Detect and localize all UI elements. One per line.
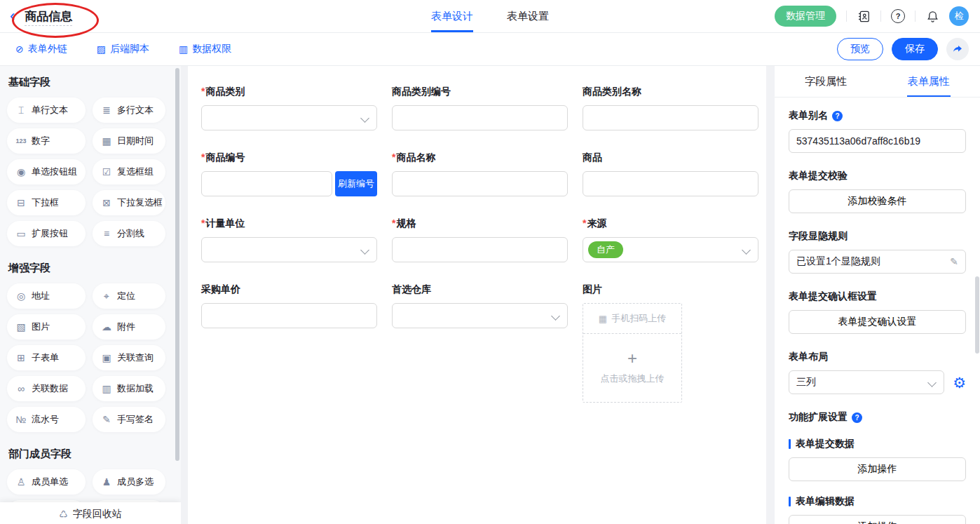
form-canvas[interactable]: 商品类别 商品类别编号 商品类别名称 商品编号 刷新编号 商品名称 <box>188 66 766 524</box>
field-type-member-single[interactable]: ♙成员单选 <box>7 469 86 495</box>
field-type-signature[interactable]: ✎手写签名 <box>93 407 165 432</box>
top-header: ‹ 商品信息 表单设计 表单设置 数据管理 ? 检 <box>0 0 980 33</box>
dropdown-icon: ⊟ <box>15 197 27 208</box>
form-external-link[interactable]: ⊘ 表单外链 <box>15 43 67 55</box>
field-type-single-line-text[interactable]: ⌶单行文本 <box>7 98 86 123</box>
canvas-field-spec: 规格 <box>392 217 568 262</box>
canvas-field-product-code: 商品编号 刷新编号 <box>201 152 377 196</box>
bell-icon[interactable] <box>925 9 939 23</box>
refresh-code-button[interactable]: 刷新编号 <box>335 171 377 196</box>
preview-button[interactable]: 预览 <box>837 38 883 60</box>
divider-icon: ≡ <box>101 228 112 239</box>
field-type-divider[interactable]: ≡分割线 <box>93 221 165 246</box>
share-icon <box>952 43 963 55</box>
chevron-down-icon <box>551 311 560 321</box>
source-tag[interactable]: 自产 <box>588 241 623 258</box>
field-type-linked-data[interactable]: ∞关联数据 <box>7 376 86 401</box>
scan-upload-button[interactable]: ▦ 手机扫码上传 <box>583 304 681 334</box>
product-category-select[interactable] <box>201 105 377 130</box>
category-name-input[interactable] <box>583 105 758 130</box>
field-type-radio-group[interactable]: ◉单选按钮组 <box>7 159 86 184</box>
submit-confirm-label: 表单提交确认框设置 <box>789 290 966 303</box>
backend-script-link[interactable]: ▨ 后端脚本 <box>97 43 149 55</box>
properties-panel: 字段属性 表单属性 表单别名 ? 537435113a06d7aff8c16b1… <box>775 66 980 524</box>
tab-form-properties[interactable]: 表单属性 <box>878 66 980 97</box>
canvas-field-product-name: 商品名称 <box>392 152 568 196</box>
unit-select[interactable] <box>201 237 377 262</box>
tab-field-properties[interactable]: 字段属性 <box>775 66 878 97</box>
field-label: 计量单位 <box>201 217 377 230</box>
product-name-input[interactable] <box>392 171 568 196</box>
contacts-icon[interactable] <box>857 9 871 23</box>
field-type-data-load[interactable]: ▥数据加载 <box>93 376 165 401</box>
submit-data-add-button[interactable]: 添加操作 <box>789 457 966 481</box>
qr-code-icon: ▦ <box>599 314 607 324</box>
page-title[interactable]: 商品信息 <box>25 10 72 26</box>
radio-group-icon: ◉ <box>15 166 27 177</box>
field-type-address[interactable]: ◎地址 <box>7 283 86 309</box>
submit-check-label: 表单提交校验 <box>789 170 966 182</box>
single-line-text-icon: ⌶ <box>15 105 27 116</box>
header-tabs: 表单设计 表单设置 <box>431 0 549 32</box>
field-type-extend-button[interactable]: ▭扩展按钮 <box>7 221 86 246</box>
divider <box>915 11 916 22</box>
user-avatar[interactable]: 检 <box>949 6 969 26</box>
field-type-number[interactable]: 123数字 <box>7 128 86 154</box>
section-title-enhanced: 增强字段 <box>8 262 172 275</box>
form-layout-select[interactable]: 三列 <box>789 370 944 394</box>
field-type-attachment[interactable]: ☁附件 <box>93 314 165 340</box>
field-type-subform[interactable]: ⊞子表单 <box>7 345 86 370</box>
field-type-dropdown[interactable]: ⊟下拉框 <box>7 190 86 215</box>
sidebar-scrollbar[interactable] <box>175 68 179 461</box>
submit-data-label: 表单提交数据 <box>789 438 966 450</box>
purchase-price-input[interactable] <box>201 303 377 328</box>
help-icon[interactable]: ? <box>891 9 905 23</box>
field-type-location[interactable]: ⌖定位 <box>93 283 165 309</box>
category-code-input[interactable] <box>392 105 568 130</box>
edit-data-add-button[interactable]: 添加操作 <box>789 515 966 524</box>
edit-icon[interactable]: ✎ <box>950 256 958 267</box>
field-type-datetime[interactable]: ▦日期时间 <box>93 128 165 154</box>
field-type-linked-query[interactable]: ▣关联查询 <box>93 345 165 370</box>
checkbox-group-icon: ☑ <box>101 166 112 177</box>
field-type-image[interactable]: ▧图片 <box>7 314 86 340</box>
tab-form-settings[interactable]: 表单设置 <box>507 0 549 32</box>
gear-icon[interactable]: ⚙ <box>953 375 966 390</box>
field-type-serial-number[interactable]: №流水号 <box>7 407 86 432</box>
data-manage-button[interactable]: 数据管理 <box>775 6 836 27</box>
divider <box>880 11 881 22</box>
edit-data-label: 表单编辑数据 <box>789 495 966 508</box>
data-permission-link[interactable]: ▥ 数据权限 <box>179 43 231 55</box>
share-button[interactable] <box>946 38 969 60</box>
submit-confirm-button[interactable]: 表单提交确认设置 <box>789 310 966 334</box>
back-icon[interactable]: ‹ <box>10 8 15 24</box>
product-code-input[interactable] <box>201 171 332 196</box>
canvas-field-warehouse: 首选仓库 <box>392 283 568 403</box>
spec-input[interactable] <box>392 237 568 262</box>
field-type-multi-dropdown[interactable]: ⊠下拉复选框 <box>93 190 165 215</box>
field-label: 图片 <box>583 283 758 296</box>
add-check-condition-button[interactable]: 添加校验条件 <box>789 189 966 213</box>
field-type-member-multi[interactable]: ♟成员多选 <box>93 469 165 495</box>
drag-upload-button[interactable]: + 点击或拖拽上传 <box>583 334 681 402</box>
field-recycle-bin[interactable]: ♺ 字段回收站 <box>0 502 181 524</box>
canvas-field-product-category: 商品类别 <box>201 86 377 130</box>
field-type-multi-line-text[interactable]: ≣多行文本 <box>93 98 165 123</box>
member-single-icon: ♙ <box>15 476 27 488</box>
tab-form-design[interactable]: 表单设计 <box>431 0 473 32</box>
product-input[interactable] <box>583 171 758 196</box>
recycle-icon: ♺ <box>59 509 68 520</box>
save-button[interactable]: 保存 <box>892 38 938 60</box>
link-icon: ⊘ <box>15 43 24 55</box>
field-type-checkbox-group[interactable]: ☑复选框组 <box>93 159 165 184</box>
help-icon[interactable]: ? <box>852 412 862 423</box>
field-label: 商品名称 <box>392 152 568 164</box>
form-alias-input[interactable]: 537435113a06d7aff8c16b19 <box>789 129 966 153</box>
source-select[interactable]: 自产 <box>583 237 758 262</box>
panel-scrollbar[interactable] <box>975 276 979 354</box>
multi-dropdown-icon: ⊠ <box>101 197 112 208</box>
help-icon[interactable]: ? <box>832 111 843 121</box>
warehouse-select[interactable] <box>392 303 568 328</box>
accent-bar <box>789 439 791 449</box>
visibility-rule-box[interactable]: 已设置1个显隐规则 ✎ <box>789 250 966 274</box>
